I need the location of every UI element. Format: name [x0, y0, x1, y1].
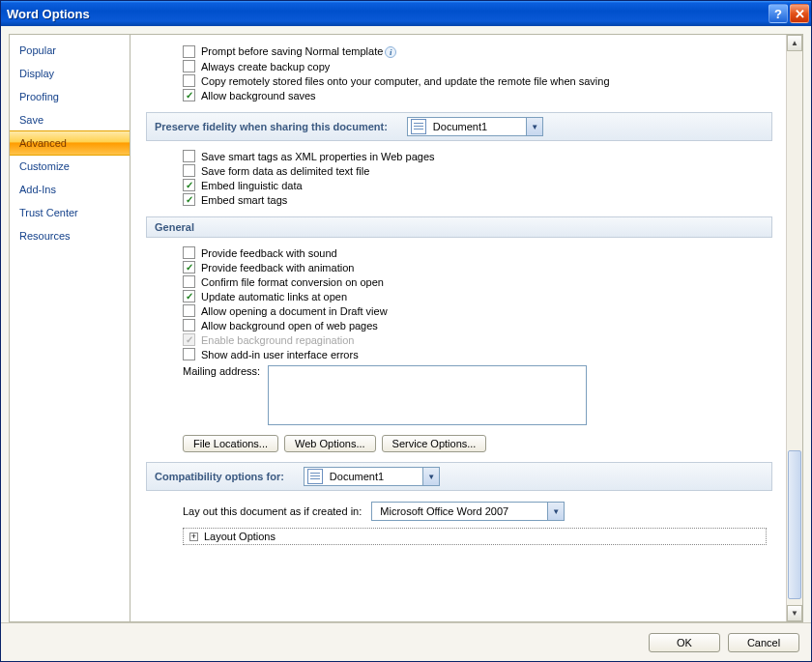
label-embed-smart: Embed smart tags: [201, 194, 287, 206]
dialog-footer: OK Cancel: [1, 622, 811, 661]
window-title: Word Options: [7, 7, 768, 21]
chevron-down-icon: ▼: [547, 503, 564, 520]
combo-preserve-doc[interactable]: Document1▼: [407, 117, 543, 136]
sidebar-item-display[interactable]: Display: [10, 62, 130, 85]
info-icon[interactable]: i: [385, 46, 396, 58]
checkbox-bg-saves[interactable]: [183, 89, 195, 101]
label-copy-remote: Copy remotely stored files onto your com…: [201, 75, 610, 87]
tree-layout-options[interactable]: + Layout Options: [183, 528, 767, 545]
checkbox-backup-copy[interactable]: [183, 60, 195, 72]
section-title-general: General: [155, 221, 194, 233]
label-addin-errors: Show add-in user interface errors: [201, 349, 359, 360]
chevron-down-icon: ▼: [422, 468, 439, 485]
label-backup-copy: Always create backup copy: [201, 61, 330, 72]
sidebar-item-resources[interactable]: Resources: [10, 224, 130, 247]
sidebar-item-advanced[interactable]: Advanced: [10, 130, 130, 156]
sidebar-item-proofing[interactable]: Proofing: [10, 85, 130, 108]
label-layout-options: Layout Options: [204, 531, 276, 542]
label-layout-as: Lay out this document as if created in:: [183, 505, 362, 517]
button-service-options[interactable]: Service Options...: [382, 435, 487, 452]
label-linguistic: Embed linguistic data: [201, 180, 303, 191]
combo-layout-version[interactable]: Microsoft Office Word 2007▼: [371, 502, 565, 521]
section-general: General: [146, 216, 772, 238]
label-draft-view: Allow opening a document in Draft view: [201, 305, 388, 317]
checkbox-prompt-normal[interactable]: [183, 45, 195, 58]
checkbox-bg-repagination: [183, 333, 195, 346]
label-sound: Provide feedback with sound: [201, 247, 337, 259]
sidebar-item-customize[interactable]: Customize: [10, 155, 130, 178]
section-compatibility: Compatibility options for: Document1▼: [146, 462, 772, 491]
scroll-thumb[interactable]: [788, 450, 801, 600]
checkbox-sound[interactable]: [183, 246, 195, 259]
label-mailing-address: Mailing address:: [183, 365, 260, 377]
title-bar: Word Options ? ✕: [1, 1, 811, 26]
ok-button[interactable]: OK: [649, 633, 720, 652]
scroll-track[interactable]: [787, 51, 802, 605]
label-bg-saves: Allow background saves: [201, 90, 316, 101]
close-button[interactable]: ✕: [790, 4, 809, 23]
scroll-up-icon[interactable]: ▲: [787, 35, 802, 51]
options-pane: Prompt before saving Normal templatei Al…: [130, 34, 803, 622]
section-title-preserve: Preserve fidelity when sharing this docu…: [155, 121, 388, 132]
help-button[interactable]: ?: [768, 4, 788, 23]
checkbox-linguistic[interactable]: [183, 179, 195, 191]
window-body: Popular Display Proofing Save Advanced C…: [1, 26, 811, 661]
label-confirm-conversion: Confirm file format conversion on open: [201, 276, 384, 288]
section-preserve-fidelity: Preserve fidelity when sharing this docu…: [146, 112, 772, 141]
label-form-data: Save form data as delimited text file: [201, 165, 369, 177]
textarea-mailing-address[interactable]: [268, 365, 587, 425]
sidebar-item-trust-center[interactable]: Trust Center: [10, 201, 130, 224]
sidebar-item-save[interactable]: Save: [10, 108, 130, 131]
label-bg-open-web: Allow background open of web pages: [201, 320, 378, 331]
label-bg-repagination: Enable background repagination: [201, 334, 354, 346]
sidebar-item-popular[interactable]: Popular: [10, 39, 130, 62]
label-prompt-normal: Prompt before saving Normal templatei: [201, 45, 396, 58]
checkbox-draft-view[interactable]: [183, 304, 195, 317]
checkbox-form-data[interactable]: [183, 164, 195, 177]
checkbox-copy-remote[interactable]: [183, 74, 195, 87]
scroll-down-icon[interactable]: ▼: [787, 605, 802, 621]
button-file-locations[interactable]: File Locations...: [183, 435, 278, 452]
label-smart-xml: Save smart tags as XML properties in Web…: [201, 151, 435, 162]
document-icon: [411, 119, 426, 134]
label-animation: Provide feedback with animation: [201, 262, 354, 273]
checkbox-auto-links[interactable]: [183, 290, 195, 302]
cancel-button[interactable]: Cancel: [728, 633, 799, 652]
category-sidebar: Popular Display Proofing Save Advanced C…: [9, 34, 130, 622]
checkbox-animation[interactable]: [183, 261, 195, 273]
checkbox-bg-open-web[interactable]: [183, 319, 195, 331]
button-web-options[interactable]: Web Options...: [284, 435, 376, 452]
word-options-dialog: Word Options ? ✕ Popular Display Proofin…: [0, 0, 812, 662]
section-title-compatibility: Compatibility options for:: [155, 471, 284, 482]
vertical-scrollbar[interactable]: ▲ ▼: [786, 35, 802, 621]
document-icon: [307, 469, 323, 484]
checkbox-embed-smart[interactable]: [183, 193, 195, 206]
chevron-down-icon: ▼: [526, 118, 542, 135]
sidebar-item-addins[interactable]: Add-Ins: [10, 178, 130, 201]
checkbox-smart-xml[interactable]: [183, 150, 195, 162]
checkbox-confirm-conversion[interactable]: [183, 275, 195, 288]
checkbox-addin-errors[interactable]: [183, 348, 195, 360]
label-auto-links: Update automatic links at open: [201, 291, 347, 302]
combo-compat-doc[interactable]: Document1▼: [304, 467, 440, 486]
expand-icon[interactable]: +: [189, 532, 198, 541]
